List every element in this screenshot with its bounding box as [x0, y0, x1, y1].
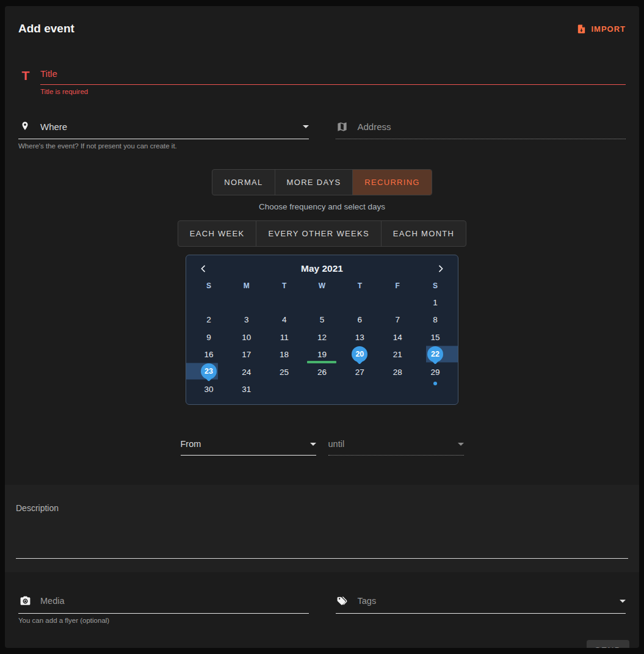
- chevron-down-icon: [458, 443, 464, 446]
- description-textarea[interactable]: Description: [5, 485, 639, 572]
- weekday-label: M: [228, 277, 266, 294]
- calendar-day-1[interactable]: 1: [416, 294, 454, 311]
- add-event-dialog: Add event IMPORT T Title Title is requir…: [5, 6, 639, 648]
- media-tags-row: Media You can add a flyer (optional) Tag…: [18, 594, 626, 624]
- calendar-day-22[interactable]: 22: [416, 346, 454, 364]
- title-error-text: Title is required: [40, 88, 626, 95]
- calendar-day-empty: [341, 294, 378, 311]
- calendar-prev-button[interactable]: [197, 263, 209, 275]
- calendar-day-29[interactable]: 29: [416, 363, 454, 381]
- from-time-select[interactable]: From: [181, 439, 316, 456]
- where-value: Where: [40, 122, 67, 132]
- calendar-day-20[interactable]: 20: [341, 346, 378, 364]
- calendar-day-7[interactable]: 7: [378, 311, 416, 329]
- where-select[interactable]: Where: [18, 120, 309, 139]
- calendar-day-16[interactable]: 16: [190, 346, 228, 364]
- calendar-day-3[interactable]: 3: [228, 311, 266, 329]
- calendar-day-25[interactable]: 25: [266, 363, 303, 381]
- calendar-day-10[interactable]: 10: [228, 329, 266, 346]
- calendar-day-11[interactable]: 11: [266, 329, 303, 346]
- import-button[interactable]: IMPORT: [574, 22, 626, 35]
- chevron-down-icon: [303, 125, 309, 128]
- weekday-label: T: [266, 277, 303, 294]
- calendar-day-23[interactable]: 23: [190, 363, 228, 381]
- calendar-next-button[interactable]: [435, 263, 447, 275]
- calendar-day-4[interactable]: 4: [266, 311, 303, 329]
- tags-placeholder: Tags: [358, 596, 377, 606]
- tab-more-days[interactable]: MORE DAYS: [275, 170, 353, 195]
- frequency-each-month-button[interactable]: EACH MONTH: [382, 221, 466, 246]
- location-pin-icon: [18, 120, 32, 133]
- media-input[interactable]: Media: [18, 594, 309, 614]
- dialog-header: Add event IMPORT: [5, 6, 639, 35]
- address-placeholder: Address: [358, 122, 391, 132]
- frequency-every-other-weeks-button[interactable]: EVERY OTHER WEEKS: [256, 221, 381, 246]
- weekday-label: T: [341, 277, 378, 294]
- media-helper-text: You can add a flyer (optional): [18, 617, 309, 624]
- calendar-weekday-header: S M T W T F S: [190, 277, 454, 294]
- calendar-day-8[interactable]: 8: [416, 311, 454, 329]
- calendar-day-2[interactable]: 2: [190, 311, 228, 329]
- weekday-label: S: [190, 277, 228, 294]
- tags-select[interactable]: Tags: [336, 594, 626, 614]
- calendar: May 2021 S M T W T F S 1 2 3 4: [186, 255, 458, 405]
- send-button[interactable]: SEND: [587, 640, 629, 648]
- import-label: IMPORT: [591, 24, 626, 34]
- selected-day-marker: 23: [201, 363, 217, 379]
- calendar-week-row: 2 3 4 5 6 7 8: [190, 311, 454, 329]
- calendar-day-empty: [266, 294, 303, 311]
- frequency-hint-text: Choose frequency and select days: [5, 202, 639, 211]
- title-input[interactable]: Title: [40, 68, 626, 85]
- description-label: Description: [16, 503, 628, 513]
- weekday-label: S: [416, 277, 454, 294]
- chevron-left-icon: [198, 264, 208, 274]
- calendar-day-6[interactable]: 6: [341, 311, 378, 329]
- calendar-day-empty: [266, 381, 303, 399]
- selected-day-marker: 20: [352, 346, 367, 362]
- calendar-week-row: 23 24 25 26 27 28 29: [190, 363, 454, 381]
- location-row: Where Where's the event? If not present …: [18, 120, 626, 150]
- title-icon: T: [18, 68, 33, 95]
- weekday-label: W: [303, 277, 341, 294]
- calendar-day-19[interactable]: 19: [303, 346, 341, 364]
- calendar-day-26[interactable]: 26: [303, 363, 341, 381]
- address-input[interactable]: Address: [336, 120, 626, 139]
- until-time-select[interactable]: until: [328, 439, 464, 456]
- calendar-day-30[interactable]: 30: [190, 381, 228, 399]
- calendar-day-12[interactable]: 12: [303, 329, 341, 346]
- calendar-day-21[interactable]: 21: [378, 346, 416, 364]
- frequency-options: EACH WEEK EVERY OTHER WEEKS EACH MONTH: [178, 220, 467, 247]
- calendar-day-17[interactable]: 17: [228, 346, 266, 364]
- tags-icon: [336, 594, 349, 608]
- frequency-each-week-button[interactable]: EACH WEEK: [178, 221, 257, 246]
- calendar-day-18[interactable]: 18: [266, 346, 303, 364]
- chevron-down-icon: [310, 443, 316, 446]
- calendar-day-15[interactable]: 15: [416, 329, 454, 346]
- calendar-day-28[interactable]: 28: [378, 363, 416, 381]
- calendar-day-31[interactable]: 31: [228, 381, 266, 399]
- calendar-day-empty: [378, 294, 416, 311]
- event-type-tabs: NORMAL MORE DAYS RECURRING: [212, 169, 432, 195]
- description-underline: [16, 558, 628, 559]
- tab-recurring[interactable]: RECURRING: [353, 170, 431, 195]
- calendar-day-5[interactable]: 5: [303, 311, 341, 329]
- calendar-day-empty: [303, 381, 341, 399]
- camera-icon: [18, 594, 32, 608]
- calendar-day-24[interactable]: 24: [228, 363, 266, 381]
- where-helper-text: Where's the event? If not present you ca…: [18, 142, 309, 150]
- calendar-day-9[interactable]: 9: [190, 329, 228, 346]
- weekday-label: F: [378, 277, 416, 294]
- calendar-day-14[interactable]: 14: [378, 329, 416, 346]
- calendar-week-row: 16 17 18 19 20 21 22: [190, 346, 454, 364]
- calendar-day-empty: [378, 381, 416, 399]
- calendar-month-label: May 2021: [209, 263, 435, 274]
- calendar-day-empty: [190, 294, 228, 311]
- calendar-week-row: 30 31: [190, 381, 454, 399]
- file-import-icon: [574, 22, 588, 35]
- tab-normal[interactable]: NORMAL: [212, 170, 275, 195]
- until-placeholder: until: [328, 439, 345, 449]
- calendar-day-13[interactable]: 13: [341, 329, 378, 346]
- chevron-down-icon: [620, 600, 626, 603]
- time-range-row: From until: [181, 439, 464, 456]
- calendar-day-27[interactable]: 27: [341, 363, 378, 381]
